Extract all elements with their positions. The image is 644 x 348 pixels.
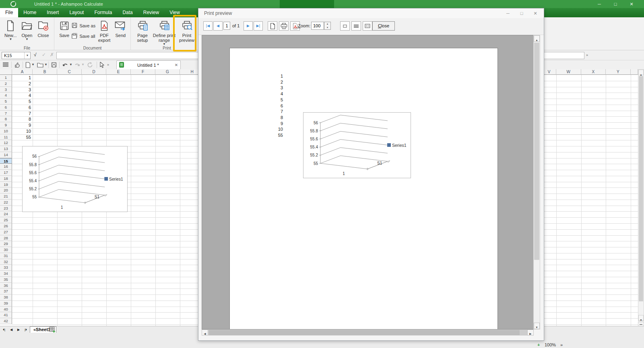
accept-icon[interactable]: ✓ <box>42 52 46 58</box>
row-header-40[interactable]: 40 <box>0 307 12 313</box>
row-header-37[interactable]: 37 <box>0 288 12 294</box>
menu-item-file[interactable]: File <box>0 8 18 17</box>
row-header-41[interactable]: 41 <box>0 312 12 318</box>
select-all-corner[interactable] <box>0 69 12 75</box>
dialog-vertical-scrollbar[interactable]: ▲ ▼ <box>533 35 540 329</box>
column-header-E[interactable]: E <box>106 69 131 75</box>
dialog-horizontal-scrollbar[interactable]: ◀ ▶ <box>202 329 534 336</box>
embedded-chart[interactable]: 5655.855.655.455.2551S1Series1 <box>22 146 128 212</box>
scroll-up-icon[interactable]: ▲ <box>534 35 540 42</box>
column-header-X[interactable]: X <box>581 69 606 75</box>
column-header-B[interactable]: B <box>33 69 57 75</box>
menu-item-formula[interactable]: Formula <box>89 8 117 17</box>
row-header-22[interactable]: 22 <box>0 200 12 206</box>
page-setup-button[interactable] <box>268 21 277 31</box>
row-header-24[interactable]: 24 <box>0 211 12 217</box>
row-header-11[interactable]: 11 <box>0 134 12 140</box>
zoom-value-input[interactable] <box>311 22 324 30</box>
scrollbar-thumb[interactable] <box>209 330 520 335</box>
document-tab[interactable]: Untitled 1 * ✕ <box>116 60 181 69</box>
row-header-39[interactable]: 39 <box>0 301 12 307</box>
last-sheet-icon[interactable]: |⏵ <box>23 327 29 333</box>
cell-A4[interactable]: 4 <box>12 93 33 99</box>
pointer-icon[interactable] <box>100 61 105 68</box>
scroll-up-icon[interactable]: ▲ <box>638 70 644 75</box>
print-preview-button[interactable]: Print preview <box>177 19 197 43</box>
close-icon[interactable]: ✕ <box>172 63 180 67</box>
menu-item-review[interactable]: Review <box>138 8 164 17</box>
row-header-9[interactable]: 9 <box>0 122 12 128</box>
redo-icon[interactable]: ▼ <box>74 61 85 68</box>
row-header-2[interactable]: 2 <box>0 81 12 87</box>
formula-overflow-chevron[interactable]: » <box>586 53 588 57</box>
cell-A11[interactable]: 55 <box>12 134 33 140</box>
new-document-icon[interactable]: ▼ <box>25 61 35 68</box>
cell-A10[interactable]: 10 <box>12 128 33 134</box>
cancel-icon[interactable]: ✗ <box>50 52 54 58</box>
row-header-25[interactable]: 25 <box>0 217 12 223</box>
close-document-button[interactable]: Close <box>35 19 52 39</box>
row-header-7[interactable]: 7 <box>0 111 12 117</box>
print-button[interactable] <box>279 21 289 31</box>
row-header-3[interactable]: 3 <box>0 87 12 93</box>
dialog-maximize-button[interactable]: □ <box>515 8 528 18</box>
zoom-spinner[interactable]: ▲▼ <box>324 22 331 30</box>
row-header-19[interactable]: 19 <box>0 182 12 188</box>
next-sheet-icon[interactable]: ▶ <box>15 327 22 333</box>
menu-item-view[interactable]: View <box>164 8 185 17</box>
column-header-V[interactable]: V <box>542 69 556 75</box>
first-sheet-icon[interactable]: ⏴| <box>1 327 7 333</box>
cell-A7[interactable]: 7 <box>12 111 33 117</box>
row-header-42[interactable]: 42 <box>0 318 12 324</box>
name-box[interactable]: K15 ▼ <box>2 52 31 59</box>
view-fit-page-button[interactable] <box>363 21 372 31</box>
scroll-right-icon[interactable]: ▶ <box>527 329 534 336</box>
maximize-button[interactable]: □ <box>610 0 621 8</box>
vertical-scrollbar[interactable]: ▲ ▼ <box>638 69 644 321</box>
toolbar-overflow-chevron[interactable]: » <box>107 61 109 68</box>
column-header-G[interactable]: G <box>155 69 180 75</box>
spreadsheet-grid-right[interactable]: VWXY <box>542 69 638 336</box>
menu-item-layout[interactable]: Layout <box>64 8 89 17</box>
save-icon[interactable] <box>51 61 57 68</box>
row-header-29[interactable]: 29 <box>0 241 12 247</box>
row-header-34[interactable]: 34 <box>0 271 12 277</box>
row-header-18[interactable]: 18 <box>0 176 12 182</box>
row-header-27[interactable]: 27 <box>0 229 12 235</box>
page-number-input[interactable] <box>223 22 230 30</box>
row-header-6[interactable]: 6 <box>0 105 12 111</box>
scroll-down-icon[interactable]: ▼ <box>534 323 540 329</box>
menu-item-data[interactable]: Data <box>117 8 138 17</box>
row-header-30[interactable]: 30 <box>0 247 12 253</box>
new-button[interactable]: New... ▼ <box>2 19 19 42</box>
zoom-in-button[interactable]: + <box>537 342 540 347</box>
row-header-13[interactable]: 13 <box>0 146 12 152</box>
row-header-17[interactable]: 17 <box>0 170 12 176</box>
open-button[interactable]: Open ▼ <box>19 19 35 42</box>
column-header-Y[interactable]: Y <box>606 69 631 75</box>
scroll-left-icon[interactable]: ◀ <box>202 329 208 336</box>
touch-mode-icon[interactable] <box>14 61 21 68</box>
previous-sheet-icon[interactable]: ◀ <box>8 327 14 333</box>
view-fit-width-button[interactable] <box>351 21 361 31</box>
row-header-33[interactable]: 33 <box>0 265 12 271</box>
row-header-21[interactable]: 21 <box>0 194 12 200</box>
dialog-minimize-button[interactable]: ─ <box>501 8 515 18</box>
send-button[interactable]: Send <box>113 19 128 39</box>
open-folder-icon[interactable]: ▼ <box>37 61 47 68</box>
sidebar-toggle-icon[interactable] <box>2 61 9 68</box>
column-header-W[interactable]: W <box>556 69 581 75</box>
row-header-23[interactable]: 23 <box>0 206 12 212</box>
row-header-16[interactable]: 16 <box>0 164 12 170</box>
undo-icon[interactable]: ▼ <box>62 61 72 68</box>
cell-A5[interactable]: 5 <box>12 99 33 105</box>
cell-A3[interactable]: 3 <box>12 87 33 93</box>
zoom-level[interactable]: 100% <box>545 342 556 347</box>
refresh-icon[interactable] <box>87 61 93 68</box>
row-header-1[interactable]: 1 <box>0 75 12 81</box>
cell-A1[interactable]: 1 <box>12 75 33 81</box>
row-header-5[interactable]: 5 <box>0 99 12 105</box>
page-setup-button[interactable]: Page setup <box>133 19 152 43</box>
last-page-button[interactable]: ▶| <box>254 21 263 31</box>
view-original-size-button[interactable] <box>340 21 350 31</box>
